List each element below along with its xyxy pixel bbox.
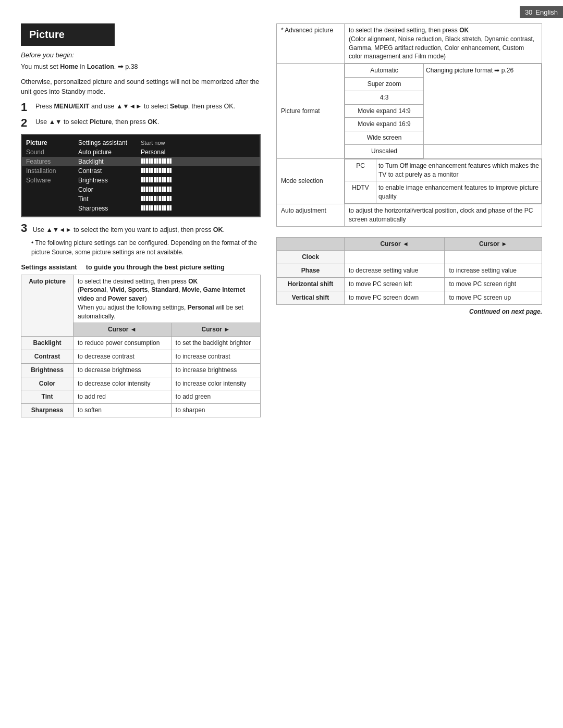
picture-format-label: Picture format — [277, 64, 345, 159]
mode-selection-options: PC to Turn Off image enhancement feature… — [345, 158, 542, 204]
mode-hdtv-desc: to enable image enhancement features to … — [376, 181, 542, 204]
cursor-pc-table: Cursor ◄ Cursor ► Clock Phase to decreas… — [276, 237, 542, 305]
menu-col2-sharpness: Sharpness — [78, 205, 141, 212]
pf-superzoom-label: Super zoom — [345, 77, 424, 91]
tint-label: Tint — [21, 390, 74, 404]
menu-col2-contrast: Contrast — [78, 167, 141, 175]
intro-text-1: You must set Home in Location. ➡ p.38 — [21, 62, 261, 72]
clock-label: Clock — [277, 251, 345, 264]
auto-adjustment-row: Auto adjustment to adjust the horizontal… — [277, 204, 542, 226]
pf-unscaled-label: Unscaled — [345, 144, 424, 158]
contrast-left: to decrease contrast — [74, 350, 172, 364]
intro-text-2: Otherwise, personalized picture and soun… — [21, 77, 261, 97]
menu-row-installation: Installation Contrast — [22, 166, 260, 176]
phase-row: Phase to decrease setting value to incre… — [277, 264, 542, 278]
menu-col2-settings: Settings assistant — [78, 139, 141, 146]
cursor-left-header: Cursor ◄ — [74, 323, 172, 337]
menu-row-tint: Tint — [22, 194, 260, 204]
advanced-picture-label: * Advanced picture — [277, 24, 345, 64]
horizontal-shift-label: Horizontal shift — [277, 277, 345, 291]
step-1-number: 1 — [21, 102, 31, 113]
pf-side-note: Changing picture format ➡ p.26 — [424, 64, 542, 145]
menu-col3-personal: Personal — [141, 149, 255, 156]
menu-row-color: Color — [22, 185, 260, 194]
step-1: 1 Press MENU/EXIT and use ▲▼◄► to select… — [21, 102, 261, 113]
pf-widescreen-label: Wide screen — [345, 131, 424, 145]
cursor-pc-empty-header — [277, 237, 345, 251]
menu-col2-tint: Tint — [78, 195, 141, 203]
mode-pc-row: PC to Turn Off image enhancement feature… — [345, 159, 542, 181]
menu-col2-color: Color — [78, 186, 141, 193]
step-1-text: Press MENU/EXIT and use ▲▼◄► to select S… — [35, 102, 235, 113]
page-number: 30 — [525, 8, 532, 16]
horizontal-shift-row: Horizontal shift to move PC screen left … — [277, 277, 542, 291]
page-badge: 30 English — [520, 6, 563, 18]
menu-col2-backlight: Backlight — [78, 158, 141, 165]
color-label: Color — [21, 377, 74, 390]
menu-col1-sound: Sound — [26, 149, 78, 156]
tint-row: Tint to add red to add green — [21, 390, 261, 404]
menu-col1-features: Features — [26, 158, 78, 165]
menu-col3-tint-bar — [141, 196, 255, 202]
color-row: Color to decrease color intensity to inc… — [21, 377, 261, 390]
left-column: Picture Before you begin: You must set H… — [21, 23, 261, 417]
page-language: English — [535, 8, 558, 16]
cursor-right-header: Cursor ► — [171, 323, 260, 337]
brightness-label: Brightness — [21, 363, 74, 377]
pf-43-label: 4:3 — [345, 91, 424, 104]
menu-row-sharpness: Sharpness — [22, 204, 260, 213]
phase-label: Phase — [277, 264, 345, 278]
backlight-row: Backlight to reduce power consumption to… — [21, 337, 261, 350]
tv-menu-screenshot: Picture Settings assistant Start now Sou… — [21, 134, 261, 217]
step-2-text: Use ▲▼ to select Picture, then press OK. — [35, 117, 159, 129]
phase-left: to decrease setting value — [345, 264, 445, 278]
brightness-right: to increase brightness — [171, 363, 260, 377]
advanced-picture-desc: to select the desired setting, then pres… — [345, 24, 542, 64]
tint-left: to add red — [74, 390, 172, 404]
pf-unscaled-empty — [424, 144, 542, 158]
mode-hdtv-label: HDTV — [345, 181, 376, 204]
cursor-pc-header: Cursor ◄ Cursor ► — [277, 237, 542, 251]
menu-row-features: Features Backlight — [22, 157, 260, 166]
clock-left — [345, 251, 445, 264]
before-begin-label: Before you begin: — [21, 51, 261, 59]
auto-adjustment-label: Auto adjustment — [277, 204, 345, 226]
right-column: * Advanced picture to select the desired… — [276, 23, 542, 315]
pf-automatic-label: Automatic — [345, 64, 424, 78]
mode-selection-row: Mode selection PC to Turn Off image enha… — [277, 158, 542, 204]
contrast-label: Contrast — [21, 350, 74, 364]
mode-hdtv-row: HDTV to enable image enhancement feature… — [345, 181, 542, 204]
menu-col3-startnow: Start now — [141, 140, 255, 146]
backlight-left: to reduce power consumption — [74, 337, 172, 350]
color-right: to increase color intensity — [171, 377, 260, 390]
picture-format-inner-table: Automatic Changing picture format ➡ p.26… — [345, 64, 542, 158]
clock-row: Clock — [277, 251, 542, 264]
menu-col3-backlight-bar — [141, 158, 255, 165]
backlight-right: to set the backlight brighter — [171, 337, 260, 350]
auto-picture-label: Auto picture — [21, 275, 74, 337]
sharpness-row: Sharpness to soften to sharpen — [21, 404, 261, 417]
sharpness-label: Sharpness — [21, 404, 74, 417]
tint-right: to add green — [171, 390, 260, 404]
bar-color — [141, 187, 172, 192]
mode-selection-label: Mode selection — [277, 158, 345, 204]
vertical-shift-right: to move PC screen up — [445, 291, 542, 304]
bar-sharpness — [141, 205, 172, 211]
menu-row-sound: Sound Auto picture Personal — [22, 147, 260, 157]
menu-col3-sharpness-bar — [141, 205, 255, 212]
settings-table: Settings assistant to guide you through … — [21, 261, 261, 417]
page-title: Picture — [21, 23, 115, 46]
advanced-picture-row: * Advanced picture to select the desired… — [277, 24, 542, 64]
phase-right: to increase setting value — [445, 264, 542, 278]
cursor-pc-left-header: Cursor ◄ — [345, 237, 445, 251]
menu-col3-contrast-bar — [141, 168, 255, 174]
settings-assistant-label: Settings assistant to guide you through … — [21, 261, 261, 275]
bar-contrast — [141, 168, 172, 173]
vertical-shift-left: to move PC screen down — [345, 291, 445, 304]
horizontal-shift-right: to move PC screen right — [445, 277, 542, 291]
sharpness-left: to soften — [74, 404, 172, 417]
brightness-row: Brightness to decrease brightness to inc… — [21, 363, 261, 377]
pf-automatic: Automatic Changing picture format ➡ p.26 — [345, 64, 542, 78]
auto-picture-row: Auto picture to select the desired setti… — [21, 275, 261, 323]
pf-unscaled: Unscaled — [345, 144, 542, 158]
